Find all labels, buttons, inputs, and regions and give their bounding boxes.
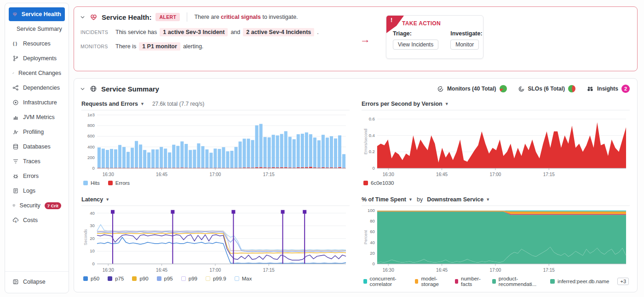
legend-label: p90 [139, 276, 148, 281]
latency-chart[interactable]: 010203040Seconds16:3016:4517:0017:15 [81, 206, 350, 275]
sev4-incident-chip[interactable]: 2 active Sev-4 Incidents [243, 28, 314, 36]
monitors-total-link[interactable]: Monitors (40 Total) [437, 85, 506, 92]
sidebar-item-recent-changes[interactable]: Recent Changes [9, 66, 65, 80]
sidebar-collapse-button[interactable]: Collapse [9, 275, 65, 289]
sidebar-item-label: Deployments [23, 55, 57, 62]
sidebar-item-service-health[interactable]: Service Health [9, 7, 65, 21]
svg-text:17:15: 17:15 [543, 268, 555, 273]
chevron-down-icon: ▼ [445, 102, 449, 106]
legend-item[interactable]: p99 [181, 276, 197, 281]
legend-swatch [455, 279, 458, 284]
sidebar-item-security[interactable]: Security 7 Crit [9, 199, 65, 212]
legend-item[interactable]: number-facts [455, 276, 484, 287]
legend-item[interactable]: model-storage [415, 276, 447, 287]
target-icon [12, 99, 19, 106]
sidebar-item-dependencies[interactable]: Dependencies [9, 81, 65, 95]
legend-item[interactable]: Max [235, 276, 252, 281]
monitor-button[interactable]: Monitor [450, 40, 479, 50]
svg-text:17:00: 17:00 [209, 268, 221, 273]
message-suffix: to investigate. [262, 14, 298, 20]
legend-item[interactable]: Hits [83, 180, 100, 186]
incidents-period: . [317, 29, 318, 35]
legend-item[interactable]: 6c0e1030 [363, 180, 394, 186]
svg-text:Percent: Percent [363, 230, 368, 244]
incidents-label: INCIDENTS [80, 29, 110, 35]
sidebar-item-infrastructure[interactable]: Infrastructure [9, 96, 65, 109]
sidebar-item-logs[interactable]: Logs [9, 184, 65, 198]
globe-icon [90, 85, 97, 92]
sidebar-item-service-summary[interactable]: Service Summary [9, 22, 65, 36]
downstream-service-dropdown[interactable]: Downstream Service [427, 196, 483, 203]
requests-errors-title-dropdown[interactable]: Requests and Errors [81, 101, 138, 107]
collapse-panel-icon [12, 279, 19, 285]
svg-text:1e3: 1e3 [87, 112, 95, 117]
sidebar-item-deployments[interactable]: Deployments [9, 51, 65, 65]
svg-text:20: 20 [370, 251, 375, 256]
sidebar-item-databases[interactable]: Databases [9, 140, 65, 154]
legend-item[interactable]: concurrent-correlator [363, 276, 407, 287]
svg-text:60: 60 [370, 229, 375, 234]
legend-item[interactable]: inferred:peer.db.name [550, 279, 610, 284]
errors-by-version-title-dropdown[interactable]: Errors per Second by Version [362, 101, 443, 107]
legend-item[interactable]: Errors [108, 180, 130, 186]
slos-total-link[interactable]: SLOs (6 Total) [518, 85, 575, 92]
critical-signals-link[interactable]: critical signals [221, 14, 261, 20]
requests-errors-chart-cell: Requests and Errors ▼ 27.6k total (7.7 r… [81, 97, 350, 188]
cloud-dollar-icon: $ [12, 217, 19, 223]
requests-errors-chart[interactable]: 02004006008001e316:3016:4517:0017:15 [81, 110, 350, 179]
chevron-down-icon[interactable] [80, 86, 86, 92]
sidebar-item-costs[interactable]: $ Costs [9, 213, 65, 227]
svg-text:40: 40 [370, 240, 375, 245]
p1-monitor-chip[interactable]: 1 P1 monitor [139, 42, 180, 51]
time-spent-title-dropdown[interactable]: % of Time Spent [362, 196, 406, 203]
legend-swatch [83, 181, 88, 185]
sidebar-item-traces[interactable]: Traces [9, 154, 65, 168]
latency-title-dropdown[interactable]: Latency [81, 196, 103, 203]
svg-text:16:30: 16:30 [383, 172, 394, 177]
legend-item[interactable]: p90 [132, 276, 148, 281]
latency-legend: p50p75p90p95p99p99.9Max [81, 275, 350, 284]
legend-label: p99.9 [213, 276, 226, 281]
bar-chart-icon [12, 114, 19, 120]
time-spent-chart-cell: % of Time Spent ▼ by Downstream Service … [362, 193, 630, 290]
svg-text:0: 0 [92, 166, 95, 171]
slos-status-donut [568, 85, 575, 92]
sidebar-item-resources[interactable]: { } Resources [9, 37, 65, 51]
service-summary-title: Service Summary [101, 85, 159, 93]
legend-item[interactable]: p75 [108, 276, 124, 281]
sidebar-item-errors[interactable]: Errors [9, 169, 65, 183]
sidebar-item-jvm-metrics[interactable]: JVM Metrics [9, 110, 65, 124]
message-prefix: There are [194, 14, 219, 20]
chevron-down-icon[interactable] [80, 14, 86, 20]
svg-text:17:15: 17:15 [263, 172, 275, 177]
legend-more-chip[interactable]: +3 [617, 278, 629, 285]
svg-text:400: 400 [87, 144, 95, 149]
insights-label: Insights [597, 86, 618, 92]
svg-text:16:30: 16:30 [383, 268, 394, 273]
legend-item[interactable]: p99.9 [206, 276, 226, 281]
svg-text:17:15: 17:15 [263, 268, 275, 273]
view-incidents-button[interactable]: View Incidents [393, 40, 438, 50]
errors-by-version-legend: 6c0e1030 [362, 179, 630, 188]
take-action-title: TAKE ACTION [402, 20, 483, 27]
incidents-and: and [230, 29, 240, 35]
insights-link[interactable]: Insights 2 [586, 85, 630, 93]
incidents-text: This service has [115, 29, 157, 35]
by-label: by [417, 196, 423, 203]
service-health-panel: Service Health: ALERT There are critical… [74, 6, 638, 71]
health-message: There are critical signals to investigat… [194, 14, 298, 20]
sev3-incident-chip[interactable]: 1 active Sev-3 Incident [160, 28, 228, 36]
main-content: Service Health: ALERT There are critical… [74, 6, 638, 292]
legend-label: p99 [189, 276, 197, 281]
legend-item[interactable]: p50 [83, 276, 99, 281]
sidebar-item-profiling[interactable]: Profiling [9, 125, 65, 139]
legend-item[interactable]: product-recommendati... [492, 276, 542, 287]
sidebar-item-label: Databases [23, 143, 51, 150]
collapse-label: Collapse [23, 279, 46, 285]
errors-by-version-chart[interactable]: 00.20.40.6Errors/second16:3016:4517:0017… [362, 110, 630, 179]
svg-text:16:45: 16:45 [156, 172, 167, 177]
time-spent-chart[interactable]: 020406080100Percent16:3016:4517:0017:15 [362, 206, 630, 275]
monitors-label: MONITORS [80, 44, 110, 49]
legend-label: Hits [91, 180, 100, 186]
legend-item[interactable]: p95 [157, 276, 173, 281]
